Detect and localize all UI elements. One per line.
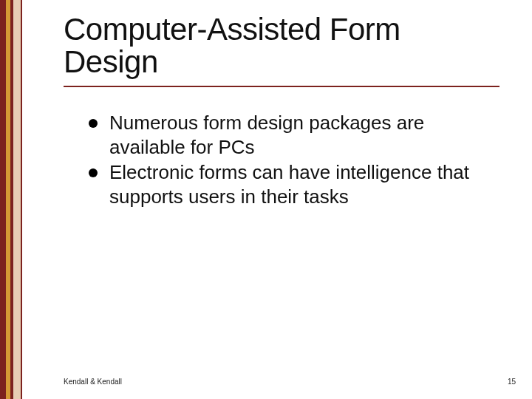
slide-title: Computer-Assisted Form Design: [64, 13, 502, 78]
bullet-list: Numerous form design packages are availa…: [89, 111, 488, 208]
footer-author: Kendall & Kendall: [64, 378, 122, 386]
stripe: [13, 0, 21, 399]
list-item: Electronic forms can have intelligence t…: [89, 160, 488, 208]
title-underline: [64, 86, 499, 87]
stripe: [0, 0, 6, 399]
list-item: Numerous form design packages are availa…: [89, 111, 488, 159]
title-block: Computer-Assisted Form Design: [64, 13, 502, 87]
body-block: Numerous form design packages are availa…: [89, 111, 488, 210]
stripe: [21, 0, 22, 399]
footer-page-number: 15: [508, 378, 516, 386]
left-decorative-stripes: [0, 0, 25, 399]
